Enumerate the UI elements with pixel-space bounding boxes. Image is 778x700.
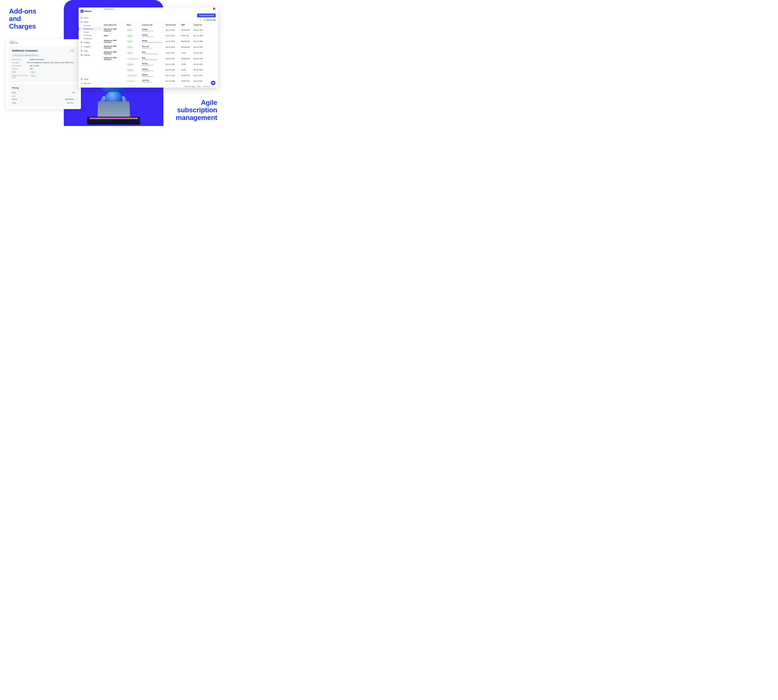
sidebar-item-credit-notes[interactable]: Credit notes [78, 34, 102, 37]
billing-header: Billing [12, 92, 16, 93]
edit-button[interactable]: Edit [69, 49, 75, 52]
create-subscription-button[interactable]: Create Subscription [197, 13, 215, 17]
page-range: 1–10 of 14 [203, 85, 210, 87]
customer-name: Beta [142, 51, 162, 53]
col-customer-info[interactable]: Customer Info [140, 23, 164, 27]
mrr-value: 250.00 USD [180, 73, 192, 78]
mrr-value: 500.00 EUR [180, 38, 192, 44]
svg-point-0 [81, 21, 82, 22]
headline-addons: Add-onsandCharges [9, 7, 36, 30]
table-row[interactable]: Ultimate for CRM Corporate InTrial Betas… [102, 50, 218, 56]
sidebar-item-invoices[interactable]: Invoices [78, 30, 102, 34]
add-filter-button[interactable]: ▼+ ADD FILTER [204, 19, 215, 21]
table-row[interactable]: Cancel Gammaclients@gmail.com Dec 06, 20… [102, 67, 218, 73]
breadcrumb-parent[interactable]: Addons [10, 40, 18, 42]
status-pill: Cancel [127, 63, 134, 65]
sidebar-item-analytics[interactable]: Analytics ⌄ [78, 45, 102, 49]
status-pill: InTrial [127, 52, 133, 54]
sort-icon[interactable] [200, 19, 202, 21]
table-row[interactable]: Basic Active Gammaclients@gmail.com Jan … [102, 33, 218, 38]
customer-email: new@gmail.com [142, 81, 162, 83]
table-row[interactable]: Cancel Gammaclients@gmail.com Nov 25, 20… [102, 62, 218, 67]
renewal-date: Dec 13, 2023 [164, 78, 180, 84]
subscription-name: Basic [104, 35, 108, 37]
sidebar-item-signout[interactable]: Sign out [78, 81, 102, 85]
last-modified-value: Dec 13, 2023 [30, 65, 39, 67]
sidebar-item-home[interactable]: Home [78, 15, 102, 20]
sidebar-item-billing[interactable]: Billing ⌃ [78, 20, 102, 24]
customer-name: Gamma [142, 63, 162, 64]
pricing-price[interactable]: Set Price → [67, 102, 75, 104]
brand-name: Rainex [85, 10, 92, 12]
renewal-date: Nov 25, 2023 [164, 62, 180, 67]
sidebar-item-guide[interactable]: Guide [78, 77, 102, 81]
customer-email: su140984vas@gmail.com [142, 53, 162, 55]
table-row[interactable]: Ultimate for CRM Corporate PendingPaymen… [102, 56, 218, 62]
breadcrumb: ‹ Addons Addon card [6, 39, 81, 45]
channel-value: Web [30, 68, 33, 70]
next-page-button[interactable]: › [215, 85, 215, 87]
customer-name: Gamma [142, 34, 162, 36]
col-next-renewal[interactable]: Next Renewal [164, 23, 180, 27]
rows-per-page-select[interactable]: 10 ▾ [198, 85, 200, 87]
subscriptions-window: R Rainex Home Billing ⌃ Customers Subscr… [78, 7, 218, 88]
status-pill: Active [127, 40, 133, 42]
table-row[interactable]: Ultimate for CRM Corporate Active Tom Fo… [102, 44, 218, 50]
subscription-name: Ultimate for CRM Corporate [104, 51, 116, 55]
table-row[interactable]: endingPayment Gammaclients@gmail.com Dec… [102, 73, 218, 78]
mrr-value: 0 EUR [180, 62, 192, 67]
book-icon [80, 78, 83, 80]
locale-flag-icon[interactable] [213, 7, 215, 10]
sidebar-item-settings[interactable]: Settings ⌄ [78, 53, 102, 57]
pricing-row: YearlySet Price → [12, 101, 75, 105]
signout-icon [80, 82, 83, 84]
channel-label: Channel [12, 68, 30, 70]
col-created-on[interactable]: Created On [192, 23, 218, 27]
chevron-up-icon: ⌃ [99, 21, 100, 23]
addon-card-window: ‹ Addons Addon card Additional companies… [6, 39, 81, 109]
status-pill: Active [30, 71, 37, 73]
chevron-down-icon: ⌄ [99, 50, 100, 52]
renewal-date: Jan 14, 2024 [164, 38, 180, 44]
status-label: Status [12, 71, 30, 73]
pricing-title: Pricing [12, 87, 75, 89]
mrr-value: 63.00 USD [180, 33, 192, 38]
renewal-date: Jun 06, 2024 [164, 50, 180, 56]
created-date: Oct 13, 2023 [192, 73, 218, 78]
chevron-down-icon: ⌄ [99, 42, 100, 43]
sidebar-item-logs[interactable]: Logs ⌄ [78, 49, 102, 53]
pricing-period[interactable]: Monthly [12, 98, 17, 100]
table-row[interactable]: Ultimate for CRM Corporate Active Gammac… [102, 27, 218, 33]
col-status[interactable]: Status [125, 23, 140, 27]
subscription-name: Ultimate for CRM Corporate [104, 45, 116, 49]
sidebar: R Rainex Home Billing ⌃ Customers Subscr… [78, 7, 102, 88]
renewal-date: Dec 13, 2023 [164, 73, 180, 78]
customer-email: clients@gmail.com [142, 70, 162, 72]
mrr-value: 700.00 EUR [180, 27, 192, 33]
created-date: Nov 06, 2023 [192, 56, 218, 62]
customer-email: clients@gmail.com [142, 30, 162, 32]
col-mrr[interactable]: MRR [180, 23, 192, 27]
created-date: Dec 14, 2023 [192, 44, 218, 50]
prev-page-button[interactable]: ‹ [212, 85, 213, 87]
status-pill: endingPayment [127, 75, 138, 77]
table-row[interactable]: Ultimate for CRM Corporate Active Omegas… [102, 38, 218, 44]
renewal-date: Jan 14, 2024 [164, 44, 180, 50]
home-icon [80, 17, 83, 19]
sidebar-item-transactions[interactable]: Transactions [78, 37, 102, 40]
chat-bubble-button[interactable] [211, 81, 215, 85]
renewal-date: Jan 15, 2024 [164, 27, 180, 33]
sidebar-item-customers[interactable]: Customers [78, 24, 102, 27]
brand-logo[interactable]: R Rainex [78, 10, 102, 15]
topbar: Subscriptions [102, 7, 218, 10]
back-chevron-icon[interactable]: ‹ [8, 41, 9, 43]
mrr-value: 125.00 USD [180, 78, 192, 84]
sidebar-item-catalog[interactable]: Catalog ⌄ [78, 40, 102, 45]
addon-id-pill[interactable]: 07b3c4d27d4c4593a9f95d255da54644 [12, 54, 39, 57]
status-pill: Active [127, 35, 133, 37]
customer-name: Omega [142, 40, 162, 42]
pricing-period[interactable]: Yearly [12, 102, 16, 104]
sidebar-item-subscriptions[interactable]: Subscriptions [78, 27, 102, 30]
table-row[interactable]: ngPayment Tom Fordnew@gmail.com Dec 13, … [102, 78, 218, 84]
col-subscription-info[interactable]: Subscription Info [102, 23, 125, 27]
